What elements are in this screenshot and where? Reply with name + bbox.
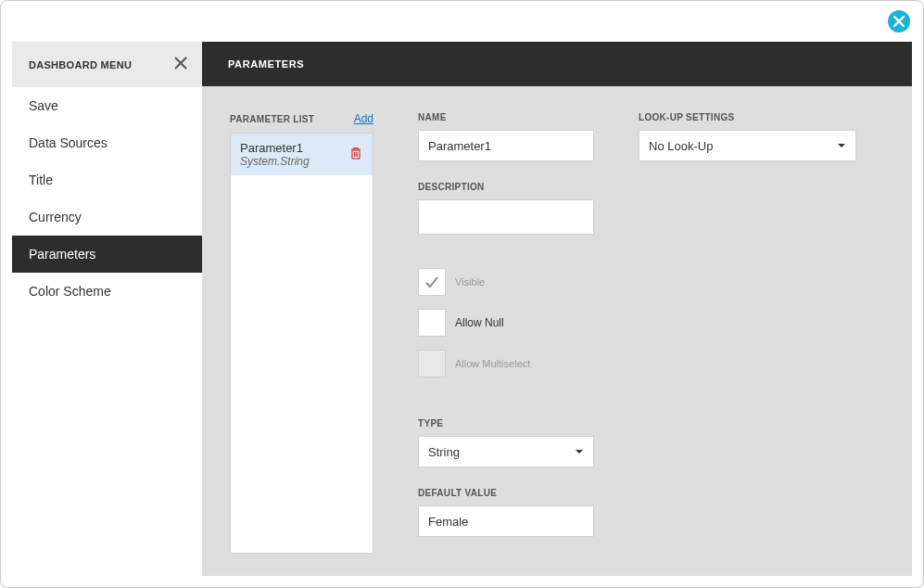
sidebar-title: DASHBOARD MENU (29, 59, 132, 70)
sidebar-item-title[interactable]: Title (12, 161, 202, 198)
allow-multiselect-checkbox-label: Allow Multiselect (455, 358, 530, 369)
sidebar-item-currency[interactable]: Currency (12, 198, 202, 236)
lookup-field-group: LOOK-UP SETTINGS No Look-Up (639, 112, 856, 161)
sidebar-close-button[interactable] (172, 55, 189, 75)
lookup-panel: LOOK-UP SETTINGS No Look-Up (639, 112, 856, 182)
parameter-item-text: Parameter1 System.String (240, 141, 310, 168)
delete-parameter-button[interactable] (348, 146, 363, 164)
parameter-form: NAME DESCRIPTION Visible (418, 112, 594, 557)
visible-checkbox[interactable] (418, 268, 446, 296)
name-field-group: NAME (418, 112, 594, 161)
sidebar-item-parameters[interactable]: Parameters (12, 236, 202, 273)
close-x-icon (893, 16, 905, 27)
parameter-list: Parameter1 System.String (230, 133, 373, 554)
default-value-label: DEFAULT VALUE (418, 488, 594, 498)
parameter-item-type: System.String (240, 155, 310, 168)
sidebar-item-label: Color Scheme (29, 284, 111, 299)
add-parameter-link[interactable]: Add (354, 112, 373, 125)
allow-null-checkbox[interactable] (418, 309, 446, 337)
parameter-list-panel: PARAMETER LIST Add Parameter1 System.Str… (230, 112, 373, 554)
allow-null-checkbox-label: Allow Null (455, 316, 504, 329)
name-input[interactable] (418, 130, 594, 161)
type-field-group: TYPE String (418, 418, 594, 467)
description-input[interactable] (418, 199, 594, 235)
parameter-item-name: Parameter1 (240, 141, 310, 155)
sidebar-header: DASHBOARD MENU (12, 43, 202, 87)
sidebar-item-label: Title (29, 173, 53, 187)
sidebar: DASHBOARD MENU Save Data Sources Title C… (12, 42, 202, 576)
visible-checkbox-label: Visible (455, 276, 485, 288)
content-header: PARAMETERS (202, 42, 912, 86)
lookup-dropdown[interactable]: No Look-Up (639, 130, 856, 161)
type-dropdown-value: String (428, 445, 460, 459)
dialog-frame: DASHBOARD MENU Save Data Sources Title C… (0, 0, 924, 588)
lookup-label: LOOK-UP SETTINGS (639, 112, 856, 122)
parameter-list-item[interactable]: Parameter1 System.String (231, 134, 373, 175)
content-body: PARAMETER LIST Add Parameter1 System.Str… (202, 86, 912, 583)
close-icon (172, 55, 189, 71)
sidebar-item-label: Data Sources (29, 135, 108, 150)
allow-multiselect-checkbox-row: Allow Multiselect (418, 350, 594, 377)
visible-checkbox-row: Visible (418, 268, 594, 296)
parameter-list-label: PARAMETER LIST (230, 114, 314, 124)
sidebar-item-data-sources[interactable]: Data Sources (12, 124, 202, 161)
close-button[interactable] (888, 10, 910, 32)
sidebar-item-color-scheme[interactable]: Color Scheme (12, 273, 202, 310)
name-label: NAME (418, 112, 594, 122)
chevron-down-icon (837, 141, 846, 150)
type-dropdown[interactable]: String (418, 436, 594, 467)
default-value-field-group: DEFAULT VALUE (418, 488, 594, 537)
description-field-group: DESCRIPTION (418, 182, 594, 235)
allow-multiselect-checkbox (418, 350, 446, 377)
parameter-list-header: PARAMETER LIST Add (230, 112, 373, 125)
check-icon (424, 274, 440, 290)
chevron-down-icon (575, 447, 584, 456)
content-area: PARAMETERS PARAMETER LIST Add Parameter1… (202, 42, 912, 576)
content-title: PARAMETERS (228, 58, 304, 70)
trash-icon (348, 146, 363, 160)
lookup-dropdown-value: No Look-Up (649, 139, 713, 153)
sidebar-item-label: Parameters (29, 247, 95, 262)
allow-null-checkbox-row: Allow Null (418, 309, 594, 337)
checkbox-group: Visible Allow Null Allow Multiselect (418, 268, 594, 390)
type-label: TYPE (418, 418, 594, 428)
sidebar-item-label: Currency (29, 210, 82, 224)
description-label: DESCRIPTION (418, 182, 594, 192)
default-value-input[interactable] (418, 505, 594, 537)
sidebar-item-label: Save (29, 98, 58, 113)
sidebar-item-save[interactable]: Save (12, 87, 202, 124)
